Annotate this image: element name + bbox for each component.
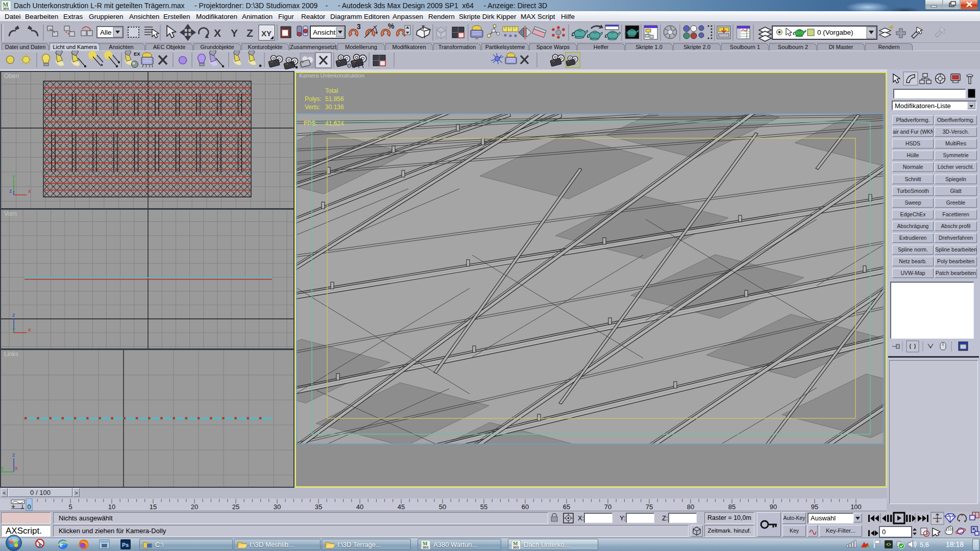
svg-text:45: 45 — [398, 503, 405, 511]
svg-text:x: x — [15, 465, 18, 471]
svg-text:10: 10 — [108, 503, 115, 511]
svg-text:Ansicht: Ansicht — [313, 29, 336, 36]
svg-text:3: 3 — [357, 22, 361, 31]
svg-text:3DS: 3DS — [513, 546, 519, 549]
svg-text:80: 80 — [687, 503, 694, 511]
svg-text:85: 85 — [728, 503, 736, 511]
svg-text:90: 90 — [770, 503, 777, 511]
svg-text:75: 75 — [646, 503, 653, 511]
svg-text:z: z — [12, 312, 15, 318]
svg-text:70: 70 — [604, 503, 611, 511]
svg-text:0: 0 — [27, 503, 31, 511]
svg-text:X: X — [214, 27, 221, 39]
svg-text:e: e — [60, 541, 63, 548]
svg-text:y: y — [12, 173, 15, 179]
svg-text:0 (Vorgabe): 0 (Vorgabe) — [817, 29, 853, 36]
svg-text:100: 100 — [850, 503, 862, 511]
svg-text:95: 95 — [811, 503, 818, 511]
svg-text:3DS: 3DS — [423, 546, 429, 549]
svg-text:Ps: Ps — [122, 542, 129, 548]
svg-text:25: 25 — [232, 503, 239, 511]
svg-text:XY: XY — [261, 29, 272, 38]
svg-text:5: 5 — [68, 503, 72, 511]
svg-text:T: T — [422, 25, 425, 31]
svg-text:50: 50 — [439, 503, 446, 511]
svg-text:60: 60 — [522, 503, 529, 511]
svg-text:0: 0 — [882, 528, 886, 536]
svg-text:%: % — [388, 22, 395, 30]
svg-text:z: z — [9, 188, 12, 194]
svg-text:EX: EX — [134, 51, 140, 57]
svg-text:Z: Z — [247, 27, 253, 39]
svg-text:20: 20 — [191, 503, 198, 511]
svg-text:55: 55 — [480, 503, 487, 511]
svg-text:x: x — [28, 327, 31, 333]
svg-text:35: 35 — [315, 503, 322, 511]
svg-text:x: x — [28, 188, 31, 194]
svg-text:40: 40 — [356, 503, 363, 511]
svg-text:15: 15 — [150, 503, 157, 511]
svg-text:30: 30 — [274, 503, 281, 511]
svg-text:z: z — [12, 452, 15, 458]
svg-text:Alle: Alle — [100, 29, 112, 36]
svg-text:y: y — [1, 465, 4, 471]
svg-text:3DS: 3DS — [3, 7, 9, 10]
svg-text:y: y — [12, 327, 15, 333]
svg-text:Y: Y — [231, 27, 238, 39]
svg-text:65: 65 — [563, 503, 570, 511]
